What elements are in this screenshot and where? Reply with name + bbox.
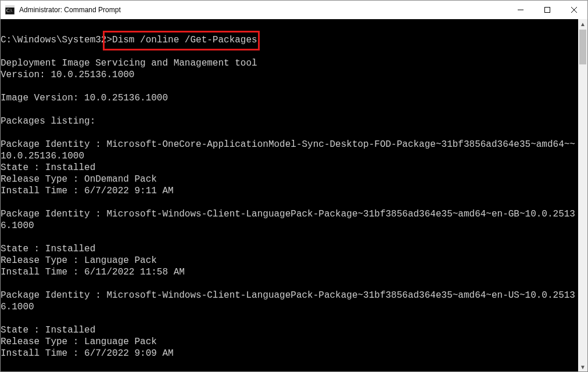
- close-button[interactable]: [561, 1, 587, 19]
- terminal-line: [1, 313, 578, 324]
- terminal-line: Install Time : 6/11/2022 11:58 AM: [1, 266, 578, 278]
- terminal-line: Release Type : OnDemand Pack: [1, 174, 578, 185]
- terminal-line: Package Identity : Microsoft-Windows-Cli…: [1, 208, 578, 232]
- terminal-line: Deployment Image Servicing and Managemen…: [1, 57, 578, 69]
- terminal-line: Install Time : 6/7/2022 9:11 AM: [1, 185, 578, 197]
- terminal-output[interactable]: C:\Windows\System32>Dism /online /Get-Pa…: [1, 19, 578, 371]
- terminal-line: Image Version: 10.0.25136.1000: [1, 92, 578, 104]
- terminal-line: Package Identity : Microsoft-Windows-Eth…: [1, 371, 578, 371]
- scrollbar-thumb[interactable]: [579, 30, 586, 64]
- terminal-line: [1, 197, 578, 208]
- window-title: Administrator: Command Prompt: [19, 6, 507, 14]
- maximize-button[interactable]: [534, 1, 561, 19]
- terminal-line: [1, 23, 578, 34]
- svg-text:C:\: C:\: [6, 8, 13, 13]
- terminal-line: Packages listing:: [1, 115, 578, 127]
- terminal-line: Release Type : Language Pack: [1, 336, 578, 348]
- terminal-line: State : Installed: [1, 162, 578, 174]
- terminal-line: [1, 46, 578, 57]
- terminal-line: [1, 359, 578, 371]
- terminal-line: [1, 232, 578, 243]
- terminal-area: C:\Windows\System32>Dism /online /Get-Pa…: [1, 19, 587, 371]
- terminal-line: Release Type : Language Pack: [1, 255, 578, 266]
- command-text: Dism /online /Get-Packages: [112, 35, 257, 45]
- prompt-text: C:\Windows\System32>: [1, 35, 112, 45]
- svg-rect-1: [5, 5, 15, 8]
- titlebar[interactable]: C:\ Administrator: Command Prompt: [1, 1, 587, 19]
- terminal-line: Install Time : 6/7/2022 9:09 AM: [1, 348, 578, 359]
- scrollbar[interactable]: ▲ ▼: [578, 19, 587, 371]
- svg-rect-4: [545, 8, 550, 13]
- minimize-button[interactable]: [507, 1, 534, 19]
- terminal-line: [1, 127, 578, 139]
- terminal-line: [1, 81, 578, 92]
- terminal-line: Version: 10.0.25136.1000: [1, 69, 578, 81]
- window-controls: [507, 1, 587, 19]
- terminal-line: [1, 104, 578, 115]
- scroll-up-icon[interactable]: ▲: [578, 19, 587, 28]
- terminal-line: State : Installed: [1, 324, 578, 336]
- terminal-line: Package Identity : Microsoft-Windows-Cli…: [1, 290, 578, 313]
- terminal-line: Package Identity : Microsoft-OneCore-App…: [1, 139, 578, 162]
- cmd-icon: C:\: [5, 5, 15, 15]
- terminal-line: [1, 278, 578, 290]
- terminal-line: State : Installed: [1, 243, 578, 255]
- terminal-line: C:\Windows\System32>Dism /online /Get-Pa…: [1, 34, 578, 46]
- scroll-down-icon[interactable]: ▼: [578, 362, 587, 371]
